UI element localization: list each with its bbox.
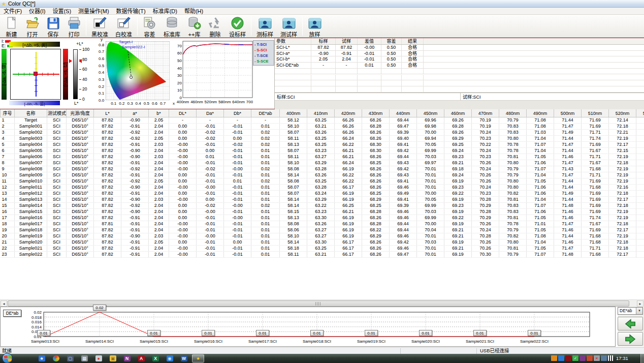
toolbar-save-button[interactable]: 保存 xyxy=(43,15,63,37)
table-row[interactable]: 19Sample018SCID65/10°87.82-0.912.04-0.00… xyxy=(1,227,644,233)
menu-item-6[interactable]: 帮助(H) xyxy=(181,8,207,15)
table-row[interactable]: 15Sample014SCID65/10°87.82-0.922.040.00-… xyxy=(1,203,644,209)
table-row[interactable]: 14Sample013SCID65/10°87.82-0.902.03-0.00… xyxy=(1,197,644,203)
menu-item-2[interactable]: 设置(S) xyxy=(49,8,75,15)
table-row[interactable]: 13Sample012SCID65/10°87.82-0.912.040.00-… xyxy=(1,191,644,197)
column-header[interactable]: 490nm xyxy=(527,109,554,117)
menu-item-3[interactable]: 测量操作(M) xyxy=(75,8,113,15)
show-desktop-button[interactable] xyxy=(640,354,644,363)
params-row[interactable]: SCI-DE*ab--0.010.50合格 xyxy=(275,63,644,69)
previous-sample-button[interactable] xyxy=(618,317,643,330)
taskbar-app-sphere[interactable]: ◉ xyxy=(164,354,176,362)
menu-item-0[interactable]: 文件(F) xyxy=(0,8,25,15)
column-header[interactable]: 530nm xyxy=(636,109,644,117)
toolbar-tolerance-button[interactable]: 容差 xyxy=(139,15,160,37)
scroll-right-arrow[interactable]: ► xyxy=(637,300,643,307)
column-header[interactable]: 410nm xyxy=(307,109,335,117)
column-header[interactable]: 440nm xyxy=(390,109,417,117)
toolbar-person-button[interactable]: 测标样 xyxy=(253,15,277,37)
toolbar-blackcal-button[interactable]: 黑校准 xyxy=(88,15,112,37)
toolbar-open-button[interactable]: 打开 xyxy=(22,15,43,37)
table-row[interactable]: 17Sample016SCID65/10°87.82-0.912.040.00-… xyxy=(1,215,644,221)
start-button[interactable] xyxy=(2,353,13,363)
table-row[interactable]: 3Sample002SCID65/10°87.82-0.922.040.00-0… xyxy=(1,130,644,136)
toolbar-whitecal-button[interactable]: 白校准 xyxy=(112,15,136,37)
table-row[interactable]: 2Sample001SCID65/10°87.82-0.912.040.00-0… xyxy=(1,124,644,130)
toolbar-stdlib-button[interactable]: 标准库 xyxy=(160,15,184,37)
tray-orange[interactable] xyxy=(551,355,557,361)
column-header[interactable]: 光源/角度 xyxy=(67,109,94,117)
taskbar-app-colorqc-active[interactable]: ★ xyxy=(192,354,204,362)
column-header[interactable]: 序号 xyxy=(1,109,15,117)
tray-shield[interactable]: ✓ xyxy=(572,355,578,361)
ab-plot[interactable] xyxy=(10,49,61,100)
taskbar-app-display[interactable]: ▢ xyxy=(64,354,76,362)
taskbar-app-excel[interactable]: X xyxy=(149,354,162,362)
table-row[interactable]: 9Sample008SCID65/10°87.82-0.922.04-0.00-… xyxy=(1,166,644,172)
table-row[interactable]: 18Sample017SCID65/10°87.81-0.912.04-0.00… xyxy=(1,221,644,227)
toolbar-delete-button[interactable]: 删除 xyxy=(205,15,226,37)
column-header[interactable]: 520nm xyxy=(609,109,636,117)
column-header[interactable]: 450nm xyxy=(417,109,444,117)
column-header[interactable]: Db* xyxy=(224,109,251,117)
table-row[interactable]: 4Sample003SCID65/10°87.82-0.922.050.00-0… xyxy=(1,136,644,142)
table-row[interactable]: 11Sample010SCID65/10°87.82-0.922.050.00-… xyxy=(1,178,644,185)
column-header[interactable]: 500nm xyxy=(554,109,582,117)
column-header[interactable]: DL* xyxy=(169,109,197,117)
column-header[interactable]: 470nm xyxy=(472,109,499,117)
column-header[interactable]: 名称 xyxy=(15,109,47,117)
column-header[interactable]: 510nm xyxy=(582,109,609,117)
table-row[interactable]: 8Sample007SCID65/10°87.82-0.912.04-0.00-… xyxy=(1,160,644,166)
tray-sphere[interactable] xyxy=(558,355,564,361)
table-row[interactable]: 10Sample009SCID65/10°87.82-0.912.040.00-… xyxy=(1,172,644,178)
tray-network[interactable] xyxy=(608,355,614,361)
column-header[interactable]: 460nm xyxy=(444,109,472,117)
title-bar[interactable]: ★ Color QC[*] xyxy=(0,0,644,8)
toolbar-addlib-button[interactable]: ++库 xyxy=(184,15,205,37)
tray-onenote[interactable] xyxy=(579,355,586,361)
dropdown-arrow-icon[interactable]: ▼ xyxy=(636,308,642,314)
params-row[interactable]: SCI-L*87.8287.82-0.000.50合格 xyxy=(275,45,644,51)
column-header[interactable]: 480nm xyxy=(499,109,527,117)
table-row[interactable]: 23Sample022SCID65/10°87.82-0.912.04-0.00… xyxy=(1,252,644,258)
params-row[interactable]: SCI-b*2.052.04-0.010.50合格 xyxy=(275,56,644,63)
taskbar-app-acrobat[interactable]: A xyxy=(135,354,147,362)
column-header[interactable]: b* xyxy=(149,109,169,117)
table-row[interactable]: 20Sample019SCID65/10°87.82-0.902.03-0.00… xyxy=(1,233,644,239)
menu-item-4[interactable]: 数据传输(T) xyxy=(113,8,149,15)
params-row[interactable] xyxy=(275,75,644,81)
menu-item-1[interactable]: 仪器(I) xyxy=(25,8,49,15)
toolbar-person-button[interactable]: 测试样 xyxy=(277,15,301,37)
taskbar-app-explorer[interactable]: ▣ xyxy=(107,354,119,362)
column-header[interactable]: DE*ab xyxy=(251,109,280,117)
taskbar-app-colors[interactable] xyxy=(50,354,62,362)
table-row[interactable]: 7Sample006SCID65/10°87.82-0.902.03-0.000… xyxy=(1,154,644,160)
params-row[interactable]: SCI-a*-0.90-0.91-0.010.50合格 xyxy=(275,51,644,57)
menu-item-5[interactable]: 标准库(D) xyxy=(149,8,181,15)
table-row[interactable]: 1TargetSCID65/10°87.82-0.902.05----58.12… xyxy=(1,117,644,124)
trend-parameter-dropdown[interactable]: DE*ab▼ xyxy=(618,307,643,315)
taskbar-app-star[interactable]: ★ xyxy=(36,354,48,362)
table-row[interactable]: 22Sample021SCID65/10°87.82-0.912.04-0.00… xyxy=(1,246,644,252)
next-sample-button[interactable] xyxy=(618,332,643,346)
column-header[interactable]: 测试模式 xyxy=(47,109,67,117)
column-header[interactable]: 430nm xyxy=(362,109,390,117)
params-row[interactable] xyxy=(275,86,644,93)
taskbar-app-onenote[interactable]: N xyxy=(121,354,133,362)
toolbar-new-button[interactable]: 新建 xyxy=(1,15,22,37)
params-row[interactable] xyxy=(275,80,644,86)
tray-display[interactable] xyxy=(601,355,607,361)
toolbar-setstd-button[interactable]: 设标样 xyxy=(226,15,249,37)
column-header[interactable]: L* xyxy=(94,109,121,117)
taskbar-clock[interactable]: 17:31 xyxy=(616,355,628,361)
column-header[interactable]: 420nm xyxy=(335,109,362,117)
toolbar-print-button[interactable]: 打印 xyxy=(63,15,84,37)
scroll-left-arrow[interactable]: ◄ xyxy=(1,300,7,307)
taskbar-app-messenger[interactable]: ● xyxy=(92,354,105,362)
column-header[interactable]: a* xyxy=(121,109,149,117)
toolbar-person-button[interactable]: 放样 xyxy=(304,15,325,37)
params-row[interactable] xyxy=(275,69,644,75)
table-row[interactable]: 6Sample005SCID65/10°87.82-0.902.04-0.000… xyxy=(1,148,644,154)
tray-acrobat[interactable] xyxy=(565,355,571,361)
column-header[interactable]: 400nm xyxy=(280,109,307,117)
